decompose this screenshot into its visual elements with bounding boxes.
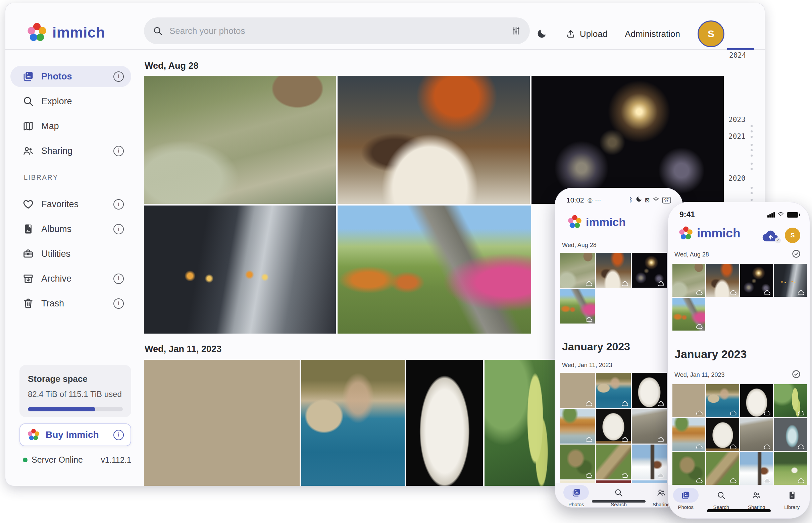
timeline-position-marker[interactable] [727, 48, 754, 50]
phone-tab-bar: PhotosSearchSharing [555, 483, 683, 508]
theme-toggle-moon-icon[interactable] [535, 27, 548, 40]
thumb-row [672, 264, 810, 297]
timeline-year-2021[interactable]: 2021 [728, 132, 746, 141]
photo-winter-church[interactable] [632, 445, 667, 480]
photo-cliff-beach[interactable] [560, 409, 595, 444]
info-icon[interactable]: i [114, 299, 124, 309]
sidebar-item-explore[interactable]: Explore [11, 91, 131, 112]
photo-monkeys-zoo[interactable] [144, 76, 336, 204]
cloud-sync-icon [586, 281, 593, 286]
timeline-year-2020[interactable]: 2020 [728, 174, 746, 182]
photo-lizard-grass[interactable] [706, 452, 739, 485]
photo-marble-bust[interactable] [596, 409, 631, 444]
info-icon[interactable]: i [114, 146, 124, 156]
map-icon [22, 120, 34, 132]
select-all-check-icon[interactable] [792, 369, 801, 380]
photo-autumn-path[interactable] [672, 298, 705, 330]
timeline-year-2023[interactable]: 2023 [728, 116, 746, 124]
photo-marble-bust[interactable] [706, 418, 739, 451]
photo-dinner-table[interactable] [338, 76, 530, 204]
administration-link[interactable]: Administration [625, 29, 680, 39]
photo-fireworks[interactable] [532, 76, 724, 204]
photo-monkeys-zoo[interactable] [672, 264, 705, 297]
sidebar-item-label: Utilities [41, 249, 124, 259]
search-icon [606, 485, 632, 500]
photo-ornate-urn[interactable] [774, 418, 807, 451]
home-indicator[interactable] [592, 500, 645, 503]
photo-autumn-path[interactable] [560, 289, 595, 324]
tab-photos[interactable]: Photos [563, 485, 589, 507]
photo-stone-ruins[interactable] [632, 409, 667, 444]
cloud-sync-icon [586, 437, 593, 442]
photo-stone-ruins[interactable] [740, 418, 773, 451]
photo-castle-walls[interactable] [672, 384, 705, 417]
search-bar[interactable] [144, 17, 530, 44]
photo-dinner-table[interactable] [706, 264, 739, 297]
photo-lizard-closeup[interactable] [560, 445, 595, 480]
photo-coastal-town[interactable] [596, 373, 631, 408]
photo-coastal-town[interactable] [706, 384, 739, 417]
photo-dinner-table[interactable] [596, 253, 631, 288]
photos-icon [563, 485, 589, 500]
photo-lizard-closeup[interactable] [672, 452, 705, 485]
photo-sea-grapes[interactable] [485, 360, 564, 486]
photo-sculpture-head[interactable] [740, 384, 773, 417]
tab-sharing[interactable]: Sharing [744, 488, 770, 510]
search-filters-icon[interactable] [511, 26, 521, 36]
info-icon[interactable]: i [114, 274, 124, 284]
sidebar-item-albums[interactable]: Albumsi [11, 218, 131, 240]
photo-winter-church[interactable] [740, 452, 773, 485]
photo-autumn-path[interactable] [338, 205, 531, 333]
photo-fireworks[interactable] [740, 264, 773, 297]
photo-holding-hands[interactable] [774, 264, 807, 297]
photo-sea-grapes[interactable] [774, 384, 807, 417]
photo-sculpture-head[interactable] [406, 360, 483, 486]
phone-date-row: Wed, Aug 28 [562, 242, 674, 249]
photo-cliff-beach[interactable] [672, 418, 705, 451]
photo-castle-walls[interactable] [560, 373, 595, 408]
info-icon[interactable]: i [114, 199, 124, 210]
sidebar-item-label: Sharing [41, 146, 114, 156]
sidebar-item-photos[interactable]: Photosi [11, 66, 131, 87]
photo-castle-walls[interactable] [144, 360, 300, 486]
cloud-sync-icon [730, 410, 737, 415]
sidebar-item-trash[interactable]: Trashi [11, 293, 131, 314]
photo-village-field[interactable] [774, 452, 807, 485]
photo-sculpture-head[interactable] [632, 373, 667, 408]
sharing-icon [22, 145, 34, 157]
cloud-sync-icon [730, 290, 737, 295]
info-icon[interactable]: i [114, 430, 124, 440]
sidebar-item-label: Map [41, 121, 124, 131]
sidebar-item-utilities[interactable]: Utilities [11, 243, 131, 265]
tab-search[interactable]: Search [708, 488, 734, 510]
storage-progress-fill [28, 407, 95, 411]
photo-fireworks[interactable] [632, 253, 667, 288]
info-icon[interactable]: i [114, 224, 124, 234]
sidebar-item-archive[interactable]: Archivei [11, 268, 131, 289]
info-icon[interactable]: i [114, 71, 124, 82]
tab-search[interactable]: Search [606, 485, 632, 507]
sidebar-item-label: Trash [41, 299, 114, 309]
tab-photos[interactable]: Photos [673, 488, 698, 510]
upload-button[interactable]: Upload [566, 29, 607, 39]
user-avatar[interactable]: S [697, 20, 724, 47]
sidebar-item-sharing[interactable]: Sharingi [11, 140, 131, 162]
select-all-check-icon[interactable] [792, 249, 801, 260]
date-header: Wed, Aug 28 [562, 242, 597, 249]
tab-library[interactable]: Library [779, 488, 805, 510]
thumb-row [560, 289, 683, 324]
home-indicator[interactable] [707, 509, 771, 512]
cloud-sync-icon [798, 444, 805, 449]
sidebar-item-map[interactable]: Map [11, 115, 131, 137]
header-divider [5, 49, 765, 50]
server-status-label: Server Online [32, 455, 101, 465]
timeline-current-year[interactable]: 2024 [729, 51, 746, 59]
buy-immich-button[interactable]: Buy Immich i [19, 423, 131, 446]
photo-lizard-grass[interactable] [596, 445, 631, 480]
sidebar-item-favorites[interactable]: Favoritesi [11, 194, 131, 215]
photo-monkeys-zoo[interactable] [560, 253, 595, 288]
cloud-sync-icon [621, 473, 629, 478]
photo-coastal-town[interactable] [301, 360, 405, 486]
search-input[interactable] [169, 25, 505, 37]
photo-holding-hands[interactable] [144, 205, 336, 333]
